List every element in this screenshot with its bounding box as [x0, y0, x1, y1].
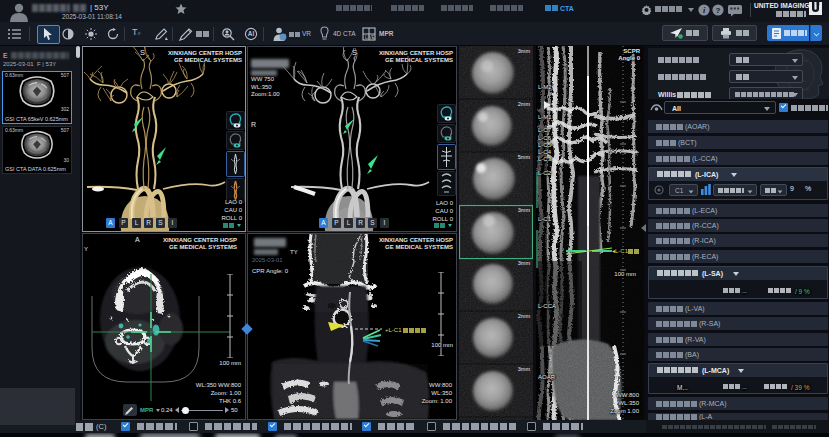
svg-text:AI: AI — [248, 30, 255, 37]
svg-text:3mm: 3mm — [518, 48, 531, 54]
svg-text:3mm: 3mm — [518, 260, 531, 266]
svg-text:3mm: 3mm — [518, 207, 531, 213]
svg-text:2mm: 2mm — [518, 101, 531, 107]
svg-text:2mm: 2mm — [518, 313, 531, 319]
svg-text:3mm: 3mm — [518, 366, 531, 372]
svg-text:5mm: 5mm — [518, 154, 531, 160]
svg-text:?: ? — [716, 6, 721, 15]
svg-text:LIVE: LIVE — [365, 35, 375, 40]
